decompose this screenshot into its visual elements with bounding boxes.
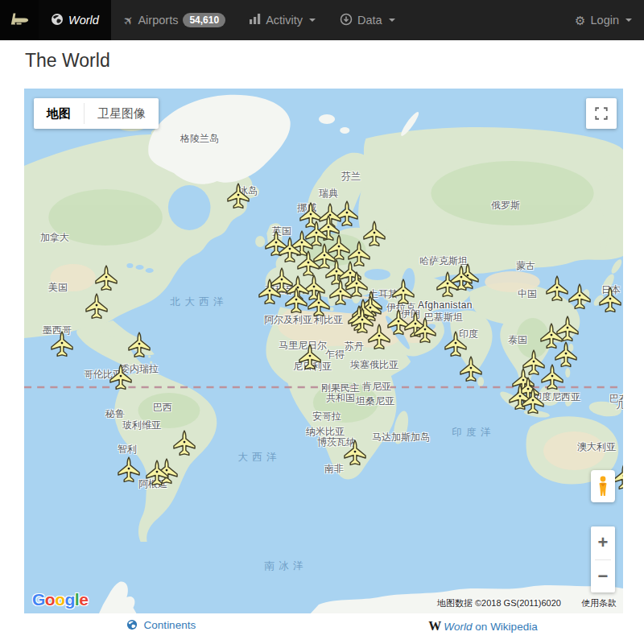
nav-airports-label: Airports — [138, 14, 178, 27]
airplane-side-icon — [7, 8, 31, 32]
map-canvas[interactable]: 北 大 西 洋大 西 洋印 度 洋南 冰 洋 格陵兰岛冰岛芬兰瑞典挪威英国俄罗斯… — [24, 89, 623, 613]
airport-marker[interactable] — [173, 430, 196, 456]
jet-icon — [368, 324, 390, 350]
google-logo-letter: G — [32, 590, 45, 609]
airport-marker[interactable] — [392, 279, 415, 305]
airport-marker[interactable] — [258, 279, 281, 305]
google-logo[interactable]: Google — [32, 590, 88, 609]
nav-world-label: World — [68, 14, 99, 27]
airport-marker[interactable] — [118, 456, 140, 483]
jet-icon — [444, 331, 467, 357]
airport-marker[interactable] — [227, 183, 250, 209]
jet-icon — [51, 331, 73, 357]
airport-marker[interactable] — [546, 275, 568, 302]
page-title: The World — [25, 50, 110, 72]
footer-right: WWorld on Wikipedia — [322, 615, 644, 634]
chevron-down-icon — [309, 19, 316, 22]
airport-marker[interactable] — [297, 250, 320, 277]
airport-marker[interactable] — [95, 265, 118, 291]
airport-marker[interactable] — [285, 287, 308, 314]
google-logo-letter: e — [79, 590, 88, 609]
terms-of-use-link[interactable]: 使用条款 — [581, 598, 617, 608]
wikipedia-icon: W — [428, 619, 441, 633]
airplane-icon: ✈ — [120, 12, 136, 28]
map-data-text: 地图数据 ©2018 GS(2011)6020 — [437, 598, 561, 608]
wikipedia-link[interactable]: World on Wikipedia — [444, 621, 537, 633]
airport-marker[interactable] — [460, 356, 482, 382]
jet-icon — [128, 332, 151, 358]
nav-data-label: Data — [357, 14, 382, 27]
wikipedia-title: World — [444, 621, 472, 633]
jet-icon — [414, 317, 436, 344]
gear-icon: ⚙ — [575, 14, 585, 27]
nav-tab-airports[interactable]: ✈ Airports 54,610 — [111, 0, 237, 40]
google-logo-letter: o — [45, 590, 55, 609]
fullscreen-button[interactable] — [586, 98, 617, 129]
airport-marker[interactable] — [344, 440, 366, 466]
airports-count-badge: 54,610 — [183, 13, 225, 27]
jet-icon — [568, 283, 591, 310]
google-logo-letter: o — [55, 590, 64, 609]
map-type-satellite-button[interactable]: 卫星图像 — [85, 98, 159, 129]
zoom-in-button[interactable]: + — [591, 526, 615, 559]
airport-marker[interactable] — [444, 331, 467, 357]
globe-icon — [51, 13, 64, 28]
globe-icon — [126, 621, 141, 633]
airport-marker[interactable] — [308, 291, 330, 317]
page: World ✈ Airports 54,610 Activity Data ⚙ … — [0, 0, 644, 644]
airport-marker[interactable] — [541, 364, 564, 390]
bar-chart-icon — [250, 13, 261, 27]
jet-icon — [546, 275, 568, 302]
airport-marker[interactable] — [109, 364, 132, 390]
jet-icon — [460, 356, 482, 382]
continents-link[interactable]: Continents — [126, 619, 196, 631]
chevron-down-icon — [389, 19, 395, 22]
google-logo-letter: g — [65, 590, 75, 609]
airport-marker[interactable] — [51, 331, 73, 357]
nav-tab-world[interactable]: World — [39, 0, 111, 40]
nav-login[interactable]: ⚙ Login — [563, 0, 644, 40]
airport-marker[interactable] — [436, 271, 459, 298]
airport-marker[interactable] — [299, 344, 321, 370]
jet-icon — [95, 265, 118, 291]
nav-activity-label: Activity — [266, 14, 303, 27]
jet-icon — [436, 271, 459, 298]
zoom-out-button[interactable]: − — [591, 560, 615, 593]
map-type-map-button[interactable]: 地图 — [34, 98, 84, 129]
airport-marker[interactable] — [599, 287, 621, 313]
footer: Continents WWorld on Wikipedia — [0, 615, 644, 634]
jet-icon — [541, 364, 564, 390]
airport-marker[interactable] — [146, 460, 168, 486]
jet-icon — [173, 430, 196, 456]
pegman-button[interactable] — [591, 470, 615, 502]
jet-icon — [329, 279, 352, 306]
navbar-spacer — [407, 0, 563, 40]
jet-icon — [392, 279, 415, 305]
airport-marker[interactable] — [329, 279, 352, 306]
jet-icon — [258, 279, 281, 305]
map-attribution: 地图数据 ©2018 GS(2011)6020 使用条款 — [437, 597, 617, 609]
brand-logo[interactable] — [0, 0, 39, 40]
nav-tab-activity[interactable]: Activity — [237, 0, 328, 40]
pegman-icon — [597, 476, 609, 497]
jet-icon — [85, 293, 108, 320]
jet-icon — [299, 344, 321, 370]
fullscreen-icon — [594, 106, 609, 121]
airport-marker[interactable] — [368, 324, 390, 350]
navbar: World ✈ Airports 54,610 Activity Data ⚙ … — [0, 0, 644, 40]
jet-icon — [344, 440, 366, 466]
footer-left: Continents — [0, 615, 322, 634]
airport-marker[interactable] — [522, 388, 544, 415]
airport-marker[interactable] — [568, 283, 591, 310]
airport-marker[interactable] — [414, 317, 436, 344]
wikipedia-rest: on Wikipedia — [473, 621, 538, 633]
jet-icon — [599, 287, 621, 313]
chevron-down-icon — [625, 19, 632, 22]
jet-icon — [297, 250, 320, 277]
jet-icon — [285, 287, 308, 314]
continents-label: Continents — [144, 619, 196, 631]
zoom-control: + − — [591, 526, 615, 592]
nav-tab-data[interactable]: Data — [328, 0, 407, 40]
airport-marker[interactable] — [85, 293, 108, 320]
airport-marker[interactable] — [128, 332, 151, 358]
